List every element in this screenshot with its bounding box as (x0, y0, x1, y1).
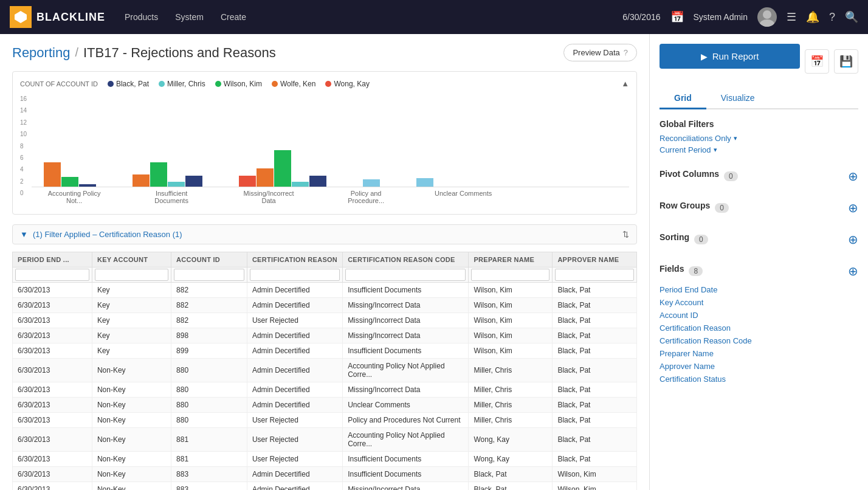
svg-point-1 (763, 10, 771, 19)
chart-header: COUNT OF ACCOUNT ID Black, Pat Miller, C… (20, 79, 629, 88)
bell-icon[interactable]: 🔔 (806, 10, 819, 24)
table-cell: 899 (171, 343, 247, 359)
tab-grid[interactable]: Grid (660, 88, 706, 109)
pivot-columns-label: Pivot Columns (660, 169, 719, 179)
field-item[interactable]: Key Account (660, 296, 858, 309)
nav-products[interactable]: Products (125, 12, 158, 22)
search-nav-icon[interactable]: 🔍 (845, 10, 858, 24)
table-cell: 881 (171, 428, 247, 452)
field-item[interactable]: Period End Date (660, 283, 858, 296)
col-preparer[interactable]: PREPARER NAME (469, 252, 553, 267)
nav-user-name: System Admin (694, 12, 748, 22)
field-item[interactable]: Certification Reason (660, 322, 858, 334)
legend-wong-kay: Wong, Kay (325, 80, 369, 88)
filter-input-cert[interactable] (250, 269, 340, 281)
field-item[interactable]: Certification Reason Code (660, 334, 858, 347)
table-cell: Key (92, 343, 171, 359)
table-cell: Insufficient Documents (343, 343, 469, 359)
legend-label-wong-kay: Wong, Kay (334, 80, 369, 88)
filter-text[interactable]: (1) Filter Applied – Certification Reaso… (33, 230, 182, 239)
col-approver[interactable]: APPROVER NAME (553, 252, 637, 267)
calendar-nav-icon[interactable]: 📅 (670, 10, 684, 24)
legend-dot-wolfe-ken (272, 81, 278, 87)
panel-tabs: Grid Visualize (660, 88, 858, 109)
breadcrumb-reporting[interactable]: Reporting (12, 45, 70, 61)
sort-icon[interactable]: ⇅ (622, 230, 629, 239)
bar-stack-1 (44, 162, 96, 187)
filter-input-approver[interactable] (555, 269, 634, 281)
bar-group-3 (239, 150, 326, 187)
table-cell: Key (92, 298, 171, 313)
table-filter-row (13, 267, 637, 283)
filter-cell-code (343, 267, 469, 283)
row-groups-add-btn[interactable]: ⊕ (848, 201, 858, 215)
filter-input-key[interactable] (95, 269, 168, 281)
filter-cell-period (13, 267, 92, 283)
field-item[interactable]: Approver Name (660, 360, 858, 373)
y-axis-8: 8 (20, 143, 27, 150)
col-period-end[interactable]: PERIOD END ... (13, 252, 92, 267)
table-cell: Wilson, Kim (553, 482, 637, 491)
user-avatar[interactable] (757, 7, 777, 27)
col-cert-reason-code[interactable]: CERTIFICATION REASON CODE (343, 252, 469, 267)
nav-system[interactable]: System (175, 12, 204, 22)
chart-y-label: COUNT OF ACCOUNT ID (20, 80, 98, 88)
help-icon[interactable]: ? (829, 11, 835, 24)
sorting-header-left: Sorting 0 (660, 232, 708, 247)
tab-grid-label: Grid (674, 93, 692, 103)
table-cell: Non-Key (92, 467, 171, 482)
y-axis-12: 12 (20, 119, 27, 126)
menu-icon[interactable]: ☰ (787, 10, 796, 24)
field-item[interactable]: Account ID (660, 309, 858, 322)
field-item[interactable]: Certification Status (660, 373, 858, 385)
legend-miller-chris: Miller, Chris (159, 80, 205, 88)
pivot-columns-add-btn[interactable]: ⊕ (848, 169, 858, 184)
table-cell: Wilson, Kim (469, 298, 553, 313)
top-nav: BLACKLINE Products System Create 6/30/20… (0, 0, 868, 34)
table-cell: 6/30/2013 (13, 343, 92, 359)
table-header-row: PERIOD END ... KEY ACCOUNT ACCOUNT ID CE… (13, 252, 637, 267)
filter-cell-approver (553, 267, 637, 283)
col-key-account[interactable]: KEY ACCOUNT (92, 252, 171, 267)
calendar-button[interactable]: 📅 (805, 49, 829, 74)
nav-right: 6/30/2016 📅 System Admin ☰ 🔔 ? 🔍 (622, 7, 858, 27)
filter-input-code[interactable] (345, 269, 466, 281)
table-cell: Non-Key (92, 452, 171, 467)
calendar-icon: 📅 (810, 55, 824, 68)
filter-input-preparer[interactable] (471, 269, 549, 281)
table-cell: Insufficient Documents (343, 283, 469, 298)
filter-input-period[interactable] (15, 269, 89, 281)
chart-body: 0 2 4 6 8 10 12 14 16 (20, 93, 629, 207)
table-cell: 880 (171, 413, 247, 428)
table-cell: User Rejected (247, 313, 342, 328)
table-cell: Black, Pat (553, 398, 637, 413)
run-report-button[interactable]: ▶ Run Report (660, 44, 800, 69)
reconciliations-filter[interactable]: Reconciliations Only ▾ (660, 134, 858, 143)
field-item[interactable]: Preparer Name (660, 347, 858, 360)
table-cell: Key (92, 313, 171, 328)
table-cell: Key (92, 283, 171, 298)
pivot-columns-header: Pivot Columns 0 ⊕ (660, 169, 858, 184)
table-cell: Non-Key (92, 428, 171, 452)
col-cert-reason[interactable]: CERTIFICATION REASON (247, 252, 342, 267)
chart-legend: Black, Pat Miller, Chris Wilson, Kim Wol… (108, 80, 370, 88)
legend-label-miller-chris: Miller, Chris (167, 80, 205, 88)
filter-input-account[interactable] (174, 269, 244, 281)
table-cell: Wong, Kay (469, 452, 553, 467)
current-period-filter[interactable]: Current Period ▾ (660, 145, 858, 154)
row-groups-header-left: Row Groups 0 (660, 201, 729, 215)
sorting-add-btn[interactable]: ⊕ (848, 232, 858, 247)
chevron-down-icon-2: ▾ (714, 146, 717, 154)
chart-y-axis: 0 2 4 6 8 10 12 14 16 (20, 93, 32, 196)
col-account-id[interactable]: ACCOUNT ID (171, 252, 247, 267)
nav-create[interactable]: Create (221, 12, 246, 22)
bar-stack-4 (363, 179, 380, 187)
save-button[interactable]: 💾 (834, 49, 858, 74)
bar-group-1 (44, 162, 96, 187)
y-axis-16: 16 (20, 95, 27, 102)
preview-data-button[interactable]: Preview Data ? (563, 44, 637, 61)
chart-expand-icon[interactable]: ▲ (621, 79, 629, 88)
table-cell: Admin Decertified (247, 298, 342, 313)
fields-add-btn[interactable]: ⊕ (848, 264, 858, 278)
tab-visualize[interactable]: Visualize (706, 88, 770, 109)
